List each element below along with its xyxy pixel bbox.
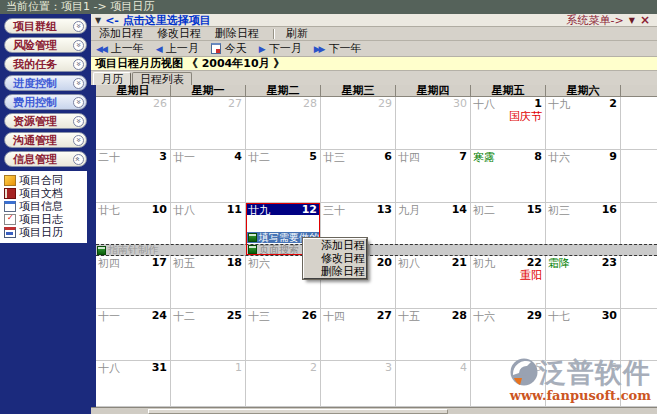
- caret-down-icon[interactable]: ▼: [95, 16, 101, 25]
- sidebar-group-button[interactable]: 我的任务»: [4, 56, 87, 72]
- scrollbar-thumb[interactable]: [148, 409, 448, 414]
- day-number: 25: [227, 309, 242, 322]
- content-area: ▼ <- 点击这里选择项目 系统菜单-> ▼ × 添加日程 修改日程 删除日程 …: [91, 14, 657, 414]
- today-button[interactable]: 今天: [211, 41, 247, 56]
- sidebar-filler: [0, 243, 91, 414]
- sidebar-group-button[interactable]: 风险管理»: [4, 37, 87, 53]
- modify-schedule-button[interactable]: 修改日程: [157, 26, 201, 41]
- prev-year-button[interactable]: ◀◀ 上一年: [96, 41, 144, 56]
- calendar-cell[interactable]: 2: [246, 361, 321, 407]
- calendar-cell[interactable]: 29: [321, 97, 396, 150]
- chevron-up-icon: »: [73, 154, 84, 165]
- close-icon[interactable]: ×: [640, 13, 650, 27]
- sidebar-group-label: 项目群组: [13, 19, 57, 34]
- calendar-cell[interactable]: 廿二5: [246, 150, 321, 203]
- today-label: 今天: [225, 41, 247, 56]
- calendar-cell[interactable]: 27: [171, 97, 246, 150]
- calendar-cell[interactable]: 二十3: [96, 150, 171, 203]
- context-menu-item[interactable]: 修改日程: [304, 252, 366, 265]
- calendar-cell[interactable]: 30: [396, 97, 471, 150]
- calendar-cell[interactable]: 十五28: [396, 309, 471, 361]
- calendar-cell[interactable]: 26: [96, 97, 171, 150]
- calendar-cell[interactable]: 1: [171, 361, 246, 407]
- context-menu-item[interactable]: 添加日程: [304, 239, 366, 252]
- calendar-cell[interactable]: 初五18: [171, 256, 246, 309]
- day-number: 17: [152, 256, 167, 269]
- delete-schedule-button[interactable]: 删除日程: [215, 26, 259, 41]
- lunar-label: 二十: [98, 150, 120, 165]
- calendar-cell[interactable]: 廿三6: [321, 150, 396, 203]
- calendar-cell[interactable]: 十四27: [321, 309, 396, 361]
- calendar-cell-filler: [621, 256, 657, 309]
- calendar-cell[interactable]: 十六29: [471, 309, 546, 361]
- sidebar-group-button[interactable]: 费用控制»: [4, 94, 87, 110]
- horizontal-scrollbar[interactable]: [91, 407, 657, 414]
- sidebar-item-calendar[interactable]: 项目日历: [4, 226, 87, 239]
- document-icon: [4, 188, 16, 199]
- lunar-label: 九月: [398, 203, 420, 218]
- lunar-label: 廿九: [248, 203, 270, 218]
- calendar-cell[interactable]: 4: [396, 361, 471, 407]
- day-number: 6: [384, 150, 392, 163]
- calendar-cell[interactable]: 28: [246, 97, 321, 150]
- prev-month-button[interactable]: ◀ 上一月: [156, 41, 199, 56]
- lunar-label: 廿六: [548, 150, 570, 165]
- add-schedule-button[interactable]: 添加日程: [99, 26, 143, 41]
- sidebar-group-button[interactable]: 沟通管理»: [4, 132, 87, 148]
- tab-month-view[interactable]: 月历: [93, 72, 131, 85]
- system-menu-button[interactable]: 系统菜单->: [567, 13, 624, 28]
- sidebar-group-button[interactable]: 项目群组»: [4, 18, 87, 34]
- next-year-button[interactable]: ▶▶ 下一年: [314, 41, 362, 56]
- chevron-down-icon: »: [73, 78, 84, 89]
- sidebar-group-button[interactable]: 资源管理»: [4, 113, 87, 129]
- calendar-cell[interactable]: 十三26: [246, 309, 321, 361]
- calendar-cell[interactable]: 初四17: [96, 256, 171, 309]
- sidebar: 项目群组»风险管理»我的任务»进度控制»费用控制»资源管理»沟通管理»信息管理»…: [0, 14, 91, 414]
- sidebar-group-button[interactable]: 信息管理»: [4, 151, 87, 167]
- calendar-cell[interactable]: 廿六9: [546, 150, 621, 203]
- calendar-cell[interactable]: 十一24: [96, 309, 171, 361]
- calendar-cell[interactable]: 十八31: [96, 361, 171, 407]
- calendar-cell[interactable]: 十七30: [546, 309, 621, 361]
- prev-year-label: 上一年: [111, 41, 144, 56]
- spanning-event-bar[interactable]: 指南针制作: [96, 244, 657, 256]
- next-month-button[interactable]: ▶ 下一月: [259, 41, 302, 56]
- calendar-cell[interactable]: 3: [321, 361, 396, 407]
- lunar-label: 初五: [173, 256, 195, 271]
- calendar-cell[interactable]: 廿四7: [396, 150, 471, 203]
- location-label: 当前位置：项目1 -> 项目日历: [6, 0, 154, 13]
- refresh-button[interactable]: 刷新: [286, 26, 308, 41]
- sidebar-group-button[interactable]: 进度控制»: [4, 75, 87, 91]
- sidebar-group-label: 风险管理: [13, 38, 57, 53]
- calendar-cell[interactable]: 十八1国庆节: [471, 97, 546, 150]
- sidebar-group-label: 沟通管理: [13, 133, 57, 148]
- calendar-cell[interactable]: 初九22重阳: [471, 256, 546, 309]
- calendar-cell[interactable]: 初八21: [396, 256, 471, 309]
- spanning-event-label: 指南针制作: [108, 243, 158, 257]
- calendar-cell[interactable]: 霜降23: [546, 256, 621, 309]
- weekday-header: 星期三: [321, 85, 396, 97]
- day-number: 5: [309, 150, 317, 163]
- tab-schedule-list[interactable]: 日程列表: [132, 72, 192, 85]
- day-number: 9: [609, 150, 617, 163]
- day-number: 24: [152, 309, 167, 322]
- day-number: 2: [310, 361, 317, 374]
- weekday-header: 星期日: [96, 85, 171, 97]
- calendar-cell[interactable]: 廿一4: [171, 150, 246, 203]
- context-menu-item[interactable]: 删除日程: [304, 265, 366, 278]
- left-arrow-icon: ◀: [156, 44, 161, 54]
- calendar-cell[interactable]: 十九2: [546, 97, 621, 150]
- lunar-label: 初二: [473, 203, 495, 218]
- main-layout: 项目群组»风险管理»我的任务»进度控制»费用控制»资源管理»沟通管理»信息管理»…: [0, 14, 657, 414]
- view-title: 项目日程月历视图 《 2004年10月 》: [95, 56, 284, 71]
- lunar-label: 霜降: [548, 256, 570, 271]
- lunar-label: 三十: [323, 203, 345, 218]
- day-number: 14: [452, 203, 467, 216]
- day-number: 20: [377, 256, 392, 269]
- lunar-label: 十一: [98, 309, 120, 324]
- weekday-header: 星期一: [171, 85, 246, 97]
- calendar-cell[interactable]: 寒露8: [471, 150, 546, 203]
- day-number: 15: [527, 203, 542, 216]
- system-menu-caret-icon[interactable]: ▼: [629, 16, 635, 25]
- calendar-cell[interactable]: 十二25: [171, 309, 246, 361]
